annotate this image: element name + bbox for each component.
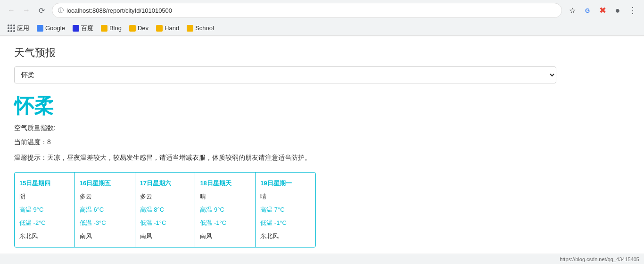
browser-toolbar: ← → ⟳ ⓘ localhost:8088/report/cityId/101…: [0, 0, 644, 21]
status-url: https://blog.csdn.net/qq_43415405: [560, 256, 639, 257]
apps-bookmark[interactable]: 应用: [5, 23, 32, 34]
menu-button[interactable]: ⋮: [626, 4, 639, 17]
forecast-low-0: 低温 -2°C: [19, 219, 70, 227]
forecast-low-1: 低温 -3°C: [80, 219, 130, 227]
bookmark-school[interactable]: School: [184, 23, 217, 33]
forward-button[interactable]: →: [20, 4, 33, 17]
forecast-low-3: 低温 -1°C: [200, 219, 250, 227]
extension-google-btn[interactable]: G: [581, 4, 594, 17]
city-select[interactable]: 怀柔: [14, 66, 556, 83]
city-name-heading: 怀柔: [14, 93, 599, 119]
forecast-high-1: 高温 6°C: [80, 206, 130, 214]
forecast-day-2: 17日星期六 多云 高温 8°C 低温 -1°C 南风: [135, 173, 196, 247]
forecast-condition-4: 晴: [260, 192, 311, 201]
bookmark-baidu[interactable]: 百度: [70, 23, 96, 34]
forecast-condition-3: 晴: [200, 192, 250, 201]
bookmark-google[interactable]: Google: [34, 23, 68, 33]
extension-red-btn[interactable]: ✖: [596, 4, 609, 17]
nav-buttons: ← → ⟳: [5, 4, 48, 17]
hand-bookmark-icon: [156, 25, 163, 32]
bookmark-hand[interactable]: Hand: [153, 23, 182, 33]
current-temp-value: 8: [47, 138, 51, 146]
apps-label: 应用: [17, 24, 29, 33]
url-text: localhost:8088/report/cityId/101010500: [66, 7, 172, 14]
forecast-high-0: 高温 9°C: [19, 206, 70, 214]
page-content: 天气预报 怀柔 怀柔 空气质量指数: 当前温度：8 温馨提示：天凉，昼夜温差较大…: [0, 36, 613, 257]
forecast-low-2: 低温 -1°C: [140, 219, 190, 227]
temp-tip: 温馨提示：天凉，昼夜温差较大，较易发生感冒，请适当增减衣服，体质较弱的朋友请注意…: [14, 152, 599, 163]
google-bookmark-icon: [37, 25, 43, 32]
forecast-wind-3: 南风: [200, 232, 250, 240]
forecast-day-4: 19日星期一 晴 高温 7°C 低温 -1°C 东北风: [256, 173, 315, 247]
blog-bookmark-icon: [101, 25, 107, 32]
forecast-day-3: 18日星期天 晴 高温 9°C 低温 -1°C 南风: [195, 173, 256, 247]
browser-chrome: ← → ⟳ ⓘ localhost:8088/report/cityId/101…: [0, 0, 644, 36]
forecast-low-4: 低温 -1°C: [260, 219, 311, 227]
city-select-wrapper: 怀柔: [14, 66, 599, 83]
blog-bookmark-label: Blog: [109, 25, 122, 32]
bookmarks-bar: 应用 Google 百度 Blog Dev Hand School: [0, 21, 644, 36]
forecast-wind-1: 南风: [80, 232, 130, 240]
star-button[interactable]: ☆: [566, 4, 579, 17]
apps-grid-icon: [8, 25, 15, 32]
bookmark-blog[interactable]: Blog: [98, 23, 124, 33]
page-title: 天气预报: [14, 46, 599, 60]
lock-icon: ⓘ: [58, 7, 64, 15]
current-temp-label: 当前温度：: [14, 138, 47, 146]
status-bar: https://blog.csdn.net/qq_43415405: [0, 254, 644, 257]
back-button[interactable]: ←: [5, 4, 18, 17]
forecast-wind-4: 东北风: [260, 232, 311, 240]
forecast-condition-0: 阴: [19, 192, 70, 201]
address-bar[interactable]: ⓘ localhost:8088/report/cityId/101010500: [52, 3, 562, 18]
forecast-date-2: 17日星期六: [140, 179, 190, 188]
dev-bookmark-label: Dev: [138, 25, 149, 32]
google-bookmark-label: Google: [45, 25, 65, 32]
browser-actions: ☆ G ✖ ● ⋮: [566, 4, 639, 17]
current-temp: 当前温度：8: [14, 138, 599, 147]
forecast-condition-1: 多云: [80, 192, 130, 201]
school-bookmark-icon: [187, 25, 193, 32]
forecast-wind-0: 东北风: [19, 232, 70, 240]
forecast-high-3: 高温 9°C: [200, 206, 250, 214]
forecast-date-1: 16日星期五: [80, 179, 130, 188]
school-bookmark-label: School: [195, 25, 214, 32]
forecast-date-0: 15日星期四: [19, 179, 70, 188]
forecast-high-2: 高温 8°C: [140, 206, 190, 214]
forecast-day-0: 15日星期四 阴 高温 9°C 低温 -2°C 东北风: [15, 173, 75, 247]
account-button[interactable]: ●: [611, 4, 624, 17]
forecast-date-4: 19日星期一: [260, 179, 311, 188]
air-quality-label: 空气质量指数:: [14, 124, 599, 132]
reload-button[interactable]: ⟳: [35, 4, 48, 17]
forecast-day-1: 16日星期五 多云 高温 6°C 低温 -3°C 南风: [75, 173, 135, 247]
baidu-bookmark-label: 百度: [81, 24, 93, 33]
dev-bookmark-icon: [129, 25, 136, 32]
baidu-bookmark-icon: [73, 25, 79, 32]
forecast-high-4: 高温 7°C: [260, 206, 311, 214]
bookmark-dev[interactable]: Dev: [126, 23, 151, 33]
hand-bookmark-label: Hand: [165, 25, 179, 32]
forecast-wind-2: 南风: [140, 232, 190, 240]
forecast-date-3: 18日星期天: [200, 179, 250, 188]
forecast-condition-2: 多云: [140, 192, 190, 201]
forecast-grid: 15日星期四 阴 高温 9°C 低温 -2°C 东北风 16日星期五 多云 高温…: [14, 172, 316, 248]
